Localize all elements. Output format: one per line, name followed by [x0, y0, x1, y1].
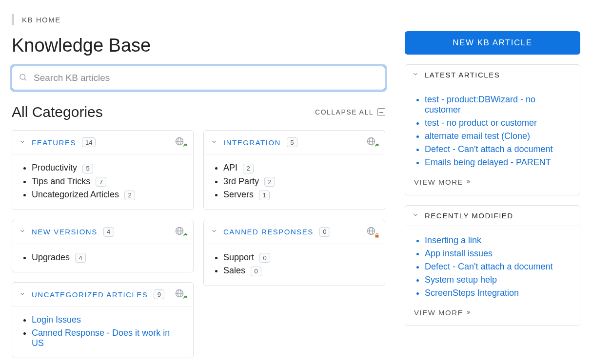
list-item[interactable]: System setup help	[425, 273, 571, 287]
category-title[interactable]: NEW VERSIONS	[32, 228, 98, 236]
category-title[interactable]: UNCATEGORIZED ARTICLES	[32, 290, 148, 299]
article-link[interactable]: Defect - Can't attach a document	[425, 262, 553, 271]
article-link[interactable]: Defect - Can't attach a document	[425, 144, 553, 154]
list-item-label: Support	[223, 252, 254, 262]
collapse-all-button[interactable]: COLLAPSE ALL	[315, 108, 385, 116]
visibility-icon[interactable]	[175, 288, 186, 300]
list-item[interactable]: Upgrades 4	[32, 251, 184, 265]
chevron-down-icon[interactable]	[211, 228, 217, 236]
count-badge: 0	[319, 227, 330, 237]
chevron-down-icon[interactable]	[19, 290, 26, 299]
category-card: INTEGRATION5API 23rd Party 2Servers 1	[203, 130, 385, 210]
list-item[interactable]: Defect - Can't attach a document	[425, 260, 571, 273]
article-link[interactable]: System setup help	[425, 275, 497, 285]
category-card: CANNED RESPONSES0Support 0Sales 0	[203, 220, 385, 286]
count-badge: 2	[124, 191, 135, 200]
list-item-label: Productivity	[32, 163, 77, 172]
list-item[interactable]: Support 0	[223, 251, 376, 265]
view-more-latest[interactable]: VIEW MORE	[414, 178, 471, 186]
list-item[interactable]: Uncategorized Articles 2	[32, 188, 184, 202]
list-item[interactable]: Inserting a link	[425, 234, 571, 247]
count-badge: 2	[243, 164, 254, 173]
article-link[interactable]: App install issues	[425, 249, 493, 258]
article-link[interactable]: test - product:DBWizard - no customer	[425, 95, 535, 115]
chevrons-right-icon	[465, 178, 471, 186]
count-badge: 14	[82, 137, 96, 147]
count-badge: 0	[259, 253, 270, 263]
list-item[interactable]: 3rd Party 2	[223, 175, 376, 189]
list-item[interactable]: Login Issues	[32, 313, 184, 326]
visibility-icon[interactable]	[366, 226, 378, 238]
category-title[interactable]: FEATURES	[32, 138, 76, 147]
article-link[interactable]: Canned Response - Does it work in US	[32, 328, 170, 348]
svg-rect-17	[375, 235, 379, 237]
chevron-down-icon[interactable]	[19, 228, 26, 236]
latest-articles-title: LATEST ARTICLES	[425, 71, 500, 79]
list-item[interactable]: Defect - Can't attach a document	[425, 143, 571, 156]
list-item-label: Sales	[223, 266, 245, 275]
visibility-icon[interactable]	[366, 136, 378, 148]
list-item[interactable]: Productivity 5	[32, 161, 184, 175]
count-badge: 9	[154, 289, 164, 299]
page-title: Knowledge Base	[12, 35, 385, 56]
collapse-all-label: COLLAPSE ALL	[315, 108, 374, 116]
chevron-down-icon[interactable]	[211, 138, 217, 147]
count-badge: 4	[75, 253, 86, 263]
category-card: NEW VERSIONS4Upgrades 4	[12, 220, 194, 273]
svg-point-0	[20, 75, 25, 80]
latest-articles-card: LATEST ARTICLES test - product:DBWizard …	[405, 64, 580, 195]
count-badge: 7	[96, 177, 106, 187]
chevrons-right-icon	[465, 308, 471, 317]
count-badge: 5	[82, 164, 93, 173]
chevron-down-icon[interactable]	[19, 138, 26, 147]
recently-modified-card: RECENTLY MODIFIED Inserting a linkApp in…	[405, 205, 580, 326]
chevron-down-icon[interactable]	[412, 71, 419, 79]
new-kb-article-button[interactable]: NEW KB ARTICLE	[405, 31, 580, 55]
count-badge: 5	[287, 137, 297, 147]
category-title[interactable]: INTEGRATION	[223, 138, 281, 147]
breadcrumb[interactable]: KB HOME	[22, 16, 61, 24]
share-icon	[182, 142, 188, 150]
visibility-icon[interactable]	[175, 226, 186, 238]
article-link[interactable]: Emails being delayed - PARENT	[425, 157, 551, 167]
count-badge: 0	[251, 267, 261, 276]
category-card: UNCATEGORIZED ARTICLES9Login IssuesCanne…	[12, 282, 194, 358]
breadcrumb-bar	[12, 14, 14, 25]
list-item[interactable]: Canned Response - Does it work in US	[32, 326, 184, 350]
collapse-icon	[377, 108, 385, 116]
search-input[interactable]	[12, 66, 385, 90]
count-badge: 4	[103, 227, 114, 237]
article-link[interactable]: test - no product or customer	[425, 118, 537, 128]
visibility-icon[interactable]	[175, 136, 186, 148]
list-item-label: Tips and Tricks	[32, 176, 90, 186]
list-item[interactable]: test - no product or customer	[425, 116, 571, 130]
svg-line-1	[24, 79, 26, 80]
article-link[interactable]: ScreenSteps Integration	[425, 288, 519, 298]
list-item[interactable]: App install issues	[425, 247, 571, 260]
article-link[interactable]: alternate email test (Clone)	[425, 131, 530, 141]
list-item-label: Servers	[223, 190, 254, 199]
category-title[interactable]: CANNED RESPONSES	[223, 228, 314, 236]
list-item[interactable]: Tips and Tricks 7	[32, 175, 184, 189]
category-card: FEATURES14Productivity 5Tips and Tricks …	[12, 130, 194, 210]
list-item[interactable]: Emails being delayed - PARENT	[425, 156, 571, 169]
share-icon	[182, 231, 188, 240]
list-item[interactable]: Servers 1	[223, 188, 376, 202]
recently-modified-title: RECENTLY MODIFIED	[425, 211, 513, 220]
chevron-down-icon[interactable]	[412, 211, 419, 220]
lock-icon	[374, 231, 380, 240]
list-item-label: Uncategorized Articles	[32, 190, 119, 199]
article-link[interactable]: Login Issues	[32, 315, 81, 325]
list-item-label: API	[223, 163, 237, 172]
article-link[interactable]: Inserting a link	[425, 235, 481, 245]
list-item[interactable]: Sales 0	[223, 264, 376, 278]
share-icon	[374, 142, 380, 150]
list-item-label: 3rd Party	[223, 176, 259, 186]
list-item[interactable]: ScreenSteps Integration	[425, 287, 571, 300]
list-item[interactable]: test - product:DBWizard - no customer	[425, 93, 571, 116]
list-item[interactable]: API 2	[223, 161, 376, 175]
view-more-recent[interactable]: VIEW MORE	[414, 308, 471, 317]
list-item-label: Upgrades	[32, 252, 70, 262]
list-item[interactable]: alternate email test (Clone)	[425, 130, 571, 143]
all-categories-heading: All Categories	[12, 104, 103, 120]
